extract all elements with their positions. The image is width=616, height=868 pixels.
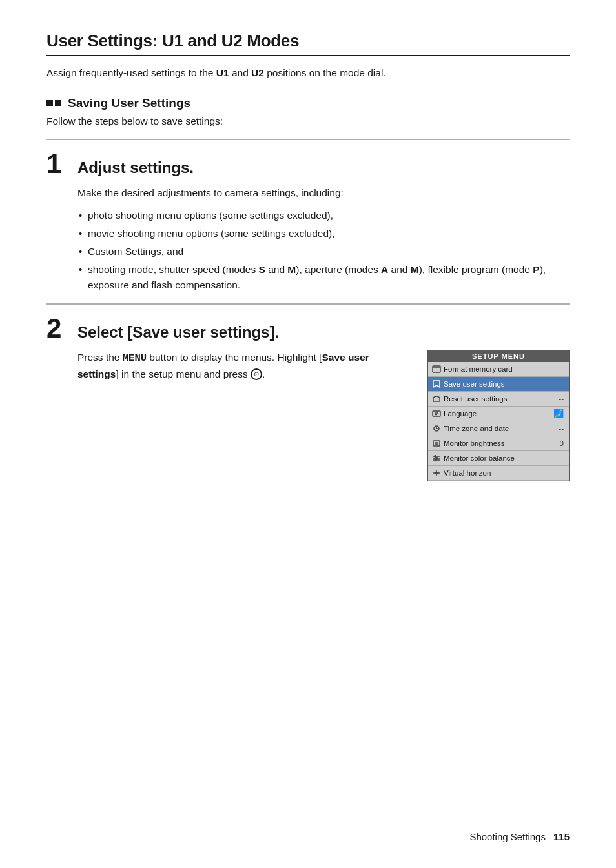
- menu-row-reset: Reset user settings --: [428, 392, 569, 407]
- colorbalance-label: Monitor color balance: [442, 454, 553, 462]
- svg-rect-6: [433, 411, 440, 416]
- timezone-label: Time zone and date: [442, 425, 553, 432]
- reset-label: Reset user settings: [442, 395, 553, 403]
- svg-point-19: [436, 458, 438, 459]
- timezone-value: --: [553, 425, 566, 432]
- menu-row-timezone: Time zone and date --: [428, 421, 569, 436]
- ok-button-icon: ⊙: [251, 368, 262, 380]
- colorbalance-icon: [431, 452, 442, 464]
- save-label: Save user settings: [442, 380, 553, 388]
- menu-row-brightness: Monitor brightness 0: [428, 436, 569, 451]
- save-icon: [431, 378, 442, 390]
- step-1-body: Make the desired adjustments to camera s…: [77, 185, 570, 293]
- svg-marker-2: [433, 381, 440, 387]
- page-footer: Shooting Settings 115: [469, 831, 570, 842]
- section-follow-text: Follow the steps below to save settings:: [46, 116, 570, 127]
- menu-header: SETUP MENU: [428, 350, 569, 362]
- step-2-title: Select [Save user settings].: [77, 323, 279, 341]
- brightness-icon: [431, 438, 442, 449]
- step-1-number: 1: [46, 150, 70, 177]
- svg-rect-12: [433, 441, 440, 446]
- section-icon: [46, 100, 61, 106]
- horizon-icon: [431, 467, 442, 479]
- menu-row-horizon: Virtual horizon --: [428, 466, 569, 481]
- format-label: Format memory card: [442, 365, 553, 373]
- menu-row-colorbalance: Monitor color balance: [428, 451, 569, 466]
- brightness-label: Monitor brightness: [442, 439, 553, 447]
- timezone-icon: [431, 423, 442, 434]
- bullet-2: movie shooting menu options (some settin…: [77, 226, 570, 241]
- step-1-header: 1 Adjust settings.: [46, 150, 570, 177]
- reset-value: --: [553, 395, 566, 403]
- save-value: --: [553, 380, 566, 388]
- step-2-text: Press the MENU button to display the men…: [77, 350, 412, 481]
- step-2-header: 2 Select [Save user settings].: [46, 315, 570, 342]
- menu-row-save: Save user settings --: [428, 377, 569, 392]
- step-1-block: 1 Adjust settings. Make the desired adju…: [46, 139, 570, 293]
- step-1-title: Adjust settings.: [77, 159, 194, 177]
- section-heading-text: Saving User Settings: [68, 96, 190, 110]
- step-1-bullets: photo shooting menu options (some settin…: [77, 208, 570, 293]
- bullet-1: photo shooting menu options (some settin…: [77, 208, 570, 223]
- bullet-3: Custom Settings, and: [77, 244, 570, 259]
- svg-point-20: [435, 459, 436, 461]
- brightness-value: 0: [553, 439, 566, 447]
- step-2-block: 2 Select [Save user settings]. Press the…: [46, 303, 570, 481]
- language-icon: [431, 408, 442, 419]
- horizon-label: Virtual horizon: [442, 469, 553, 477]
- reset-icon: [431, 393, 442, 405]
- language-label: Language: [442, 410, 553, 418]
- menu-row-language: Language 🗾: [428, 407, 569, 421]
- step-1-intro: Make the desired adjustments to camera s…: [77, 185, 570, 201]
- step-2-content: Press the MENU button to display the men…: [77, 350, 570, 481]
- format-icon: [431, 363, 442, 375]
- camera-menu: SETUP MENU Format memory card --: [427, 350, 570, 481]
- menu-rows: Format memory card -- Save user settings…: [428, 362, 569, 481]
- svg-point-18: [435, 456, 436, 457]
- footer-page-number: 115: [553, 831, 570, 842]
- format-value: --: [553, 365, 566, 373]
- step-2-number: 2: [46, 315, 70, 342]
- footer-section: Shooting Settings: [469, 831, 546, 842]
- svg-rect-0: [433, 366, 440, 372]
- menu-row-format: Format memory card --: [428, 362, 569, 377]
- page-title: User Settings: U1 and U2 Modes: [46, 31, 570, 56]
- page-subtitle: Assign frequently-used settings to the U…: [46, 65, 570, 81]
- horizon-value: --: [553, 469, 566, 477]
- language-value: 🗾: [553, 409, 566, 418]
- bullet-4: shooting mode, shutter speed (modes S an…: [77, 262, 570, 293]
- step-2-para: Press the MENU button to display the men…: [77, 350, 412, 383]
- section-heading-saving: Saving User Settings: [46, 96, 570, 110]
